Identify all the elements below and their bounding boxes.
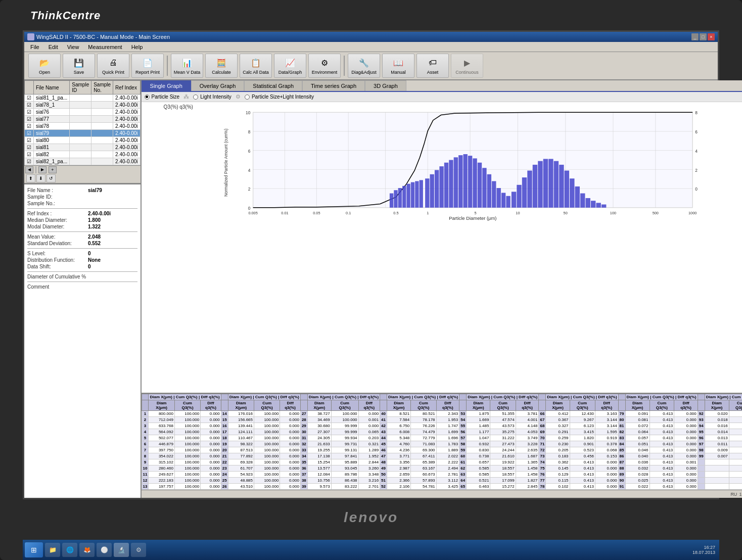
sample-checkbox[interactable]: ☑ xyxy=(25,116,34,123)
cum-val-3: 72.779 xyxy=(411,435,436,441)
row-num-0: 10 xyxy=(142,465,149,472)
monitor-bezel: ThinkCentre WingSALD II - 7500-BC - Manu… xyxy=(0,0,742,560)
maximize-button[interactable]: □ xyxy=(700,33,707,40)
scrollbar-area[interactable]: ◀ ▶ + xyxy=(24,165,141,173)
row-num-6: 81 xyxy=(618,423,625,429)
graph-type-light[interactable]: Light Intensity xyxy=(193,94,231,100)
row-num-1: 21 xyxy=(221,453,228,459)
taskbar-firefox[interactable]: 🦊 xyxy=(79,543,95,557)
row-num-5: 74 xyxy=(539,459,546,465)
quick-print-button[interactable]: 🖨 Quick Print xyxy=(97,54,129,78)
data-graph-button[interactable]: 📈 Data/Graph xyxy=(274,54,306,78)
menu-edit[interactable]: Edit xyxy=(44,43,62,51)
menu-help[interactable]: Help xyxy=(127,43,147,51)
scroll-right-btn[interactable]: ▶ xyxy=(38,166,47,173)
mean-v-data-button[interactable]: 📊 Mean V Data xyxy=(171,54,203,78)
scroll-left-btn[interactable]: ◀ xyxy=(25,166,33,173)
taskbar-browser[interactable]: 🌐 xyxy=(62,543,77,557)
col-cum-4: CumQ3(%) xyxy=(411,400,436,411)
menu-measurement[interactable]: Measurement xyxy=(84,43,126,51)
sample-checkbox[interactable]: ☑ xyxy=(25,109,34,116)
sample-checkbox[interactable]: ☑ xyxy=(25,123,34,130)
tab-overlay-graph[interactable]: Overlay Graph xyxy=(191,80,245,91)
scrollbar-track[interactable] xyxy=(35,166,36,173)
save-button[interactable]: 💾 Save xyxy=(63,54,95,78)
cum-val-5: 0.413 xyxy=(570,459,595,465)
taskbar-other[interactable]: ⚙ xyxy=(131,543,146,557)
calc-all-data-button[interactable]: 📋 Calc All Data xyxy=(240,54,272,78)
sample-refindex: 2.40-0.00i xyxy=(113,102,140,109)
radio-particle-size xyxy=(145,95,150,100)
graph-type-sep-1: ⁂ xyxy=(183,94,189,100)
continuous-icon: ▶ xyxy=(460,57,474,69)
tab-time-series-graph[interactable]: Time series Graph xyxy=(302,80,365,91)
mini-btn-3[interactable]: ↺ xyxy=(47,174,56,182)
asset-button[interactable]: 🏷 Asset xyxy=(416,54,449,78)
cum-val-0: 100.000 xyxy=(174,484,200,490)
sample-row[interactable]: ☑ sial78_1 2.40-0.00i xyxy=(25,102,141,109)
sample-checkbox[interactable]: ☑ xyxy=(25,102,34,109)
sample-checkbox[interactable]: ☑ xyxy=(25,144,34,151)
sample-checkbox[interactable]: ☑ xyxy=(25,151,34,158)
diff-val-2: 3.216 xyxy=(358,478,380,484)
col-group-f-header: Diam X(μm) | Cum Q3(%) | Diff q3(%) xyxy=(546,394,618,400)
tab-3d-graph[interactable]: 3D Graph xyxy=(365,80,406,91)
diag-adjust-button[interactable]: 🔧 Diag&Adjust xyxy=(348,54,380,78)
continuous-button[interactable]: ▶ Continuous xyxy=(451,54,483,78)
report-print-button[interactable]: 📄 Report Print xyxy=(131,54,164,78)
mini-btn-2[interactable]: ⬇ xyxy=(36,174,45,182)
sample-row[interactable]: ☑ sial79 2.40-0.00i xyxy=(25,130,141,137)
open-button[interactable]: 📂 Open xyxy=(28,54,61,78)
minimize-button[interactable]: _ xyxy=(691,33,699,40)
col-header-sampleno: Sample No. xyxy=(91,81,113,95)
sample-row[interactable]: ☑ sial76 2.40-0.00i xyxy=(25,109,141,116)
mini-btn-1[interactable]: ⬆ xyxy=(26,174,35,182)
sample-checkbox[interactable]: ☑ xyxy=(25,130,34,137)
menu-view[interactable]: View xyxy=(63,43,83,51)
cum-val-2: 100.000 xyxy=(331,417,358,423)
col-group-e-header: Diam X(μm) | Cum Q3(%) | Diff q3(%) xyxy=(467,394,539,400)
data-table-area[interactable]: Diam X(μm) | Cum Q3(%) | Diff q3(%) Diam… xyxy=(142,393,742,490)
tab-statistical-graph[interactable]: Statistical Graph xyxy=(244,80,302,91)
diff-val-1: 0.000 xyxy=(280,453,301,459)
diam-val-6: 0.064 xyxy=(625,429,650,435)
manual-button[interactable]: 📖 Manual xyxy=(382,54,414,78)
cum-val-1: 100.000 xyxy=(254,435,280,441)
sample-row[interactable]: ☑ sial77 2.40-0.00i xyxy=(25,116,141,123)
environment-button[interactable]: ⚙ Environment xyxy=(308,54,341,78)
sample-checkbox[interactable]: ☑ xyxy=(25,95,34,102)
sample-row[interactable]: ☑ sial82_1_pa... 2.40-0.00i xyxy=(25,158,141,165)
sample-list-container[interactable]: File Name Sample ID Sample No. Ref Index… xyxy=(24,80,141,165)
sample-row[interactable]: ☑ sial78 2.40-0.00i xyxy=(25,123,141,130)
right-panel: Single Graph Overlay Graph Statistical G… xyxy=(142,80,742,498)
sample-row[interactable]: ☑ sial80 2.40-0.00i xyxy=(25,137,141,144)
taskbar-explorer[interactable]: 📁 xyxy=(45,543,60,557)
cum-val-2: 99.131 xyxy=(331,447,358,453)
taskbar-chrome[interactable]: ⚪ xyxy=(97,543,112,557)
diff-val-3: 1.783 xyxy=(436,441,459,447)
tab-single-graph[interactable]: Single Graph xyxy=(142,80,191,91)
calculate-button[interactable]: 🧮 Calculate xyxy=(205,54,238,78)
diff-val-6: 0.000 xyxy=(674,472,698,478)
diff-val-5: 0.000 xyxy=(595,478,618,484)
window-title: WingSALD II - 7500-BC - Manual Mode - Ma… xyxy=(36,34,170,40)
graph-type-combined[interactable]: Particle Size+Light Intensity xyxy=(245,94,314,100)
close-button[interactable]: × xyxy=(708,33,715,40)
sample-checkbox[interactable]: ☑ xyxy=(25,158,34,165)
sample-row[interactable]: ☑ sial81_1_pa... 2.40-0.00i xyxy=(25,95,141,102)
graph-type-particle-size[interactable]: Particle Size xyxy=(145,94,180,100)
sample-checkbox[interactable]: ☑ xyxy=(25,137,34,144)
cum-val-3: 63.167 xyxy=(411,465,436,472)
cum-val-4: 15.272 xyxy=(490,484,516,490)
cum-val-2: 86.438 xyxy=(331,478,358,484)
add-row-btn[interactable]: + xyxy=(49,166,57,173)
sample-row[interactable]: ☑ sial81 2.40-0.00i xyxy=(25,144,141,151)
row-num-4: 53 xyxy=(459,411,467,417)
svg-rect-79 xyxy=(559,165,564,208)
menu-file[interactable]: File xyxy=(26,43,43,51)
taskbar-wingsald[interactable]: 🔬 xyxy=(114,543,129,557)
sample-row[interactable]: ☑ sial82 2.40-0.00i xyxy=(25,151,141,158)
svg-text:50: 50 xyxy=(563,211,567,215)
svg-rect-86 xyxy=(596,203,600,207)
start-button[interactable]: ⊞ xyxy=(25,542,43,557)
